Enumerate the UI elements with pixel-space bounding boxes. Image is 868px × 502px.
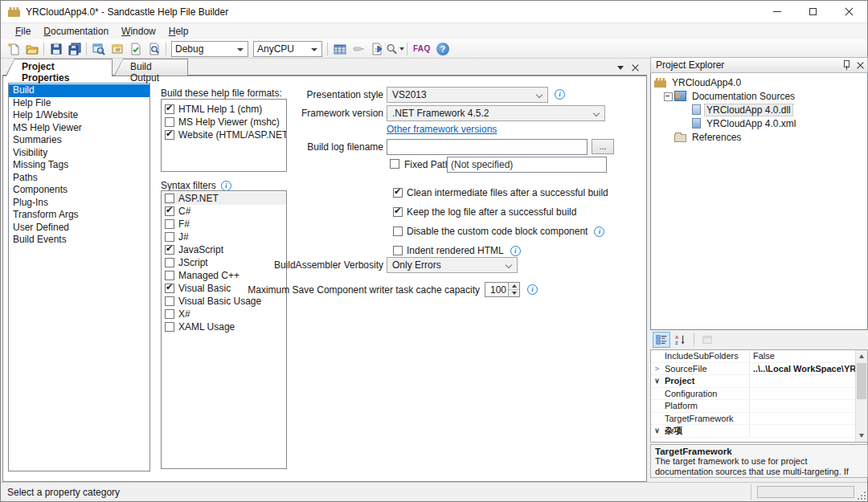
category-item[interactable]: Components: [9, 184, 149, 197]
info-icon[interactable]: i: [555, 89, 565, 100]
svg-text:A: A: [675, 334, 679, 340]
chevron-down-icon: [399, 47, 404, 51]
search-button[interactable]: [386, 40, 404, 58]
info-icon[interactable]: i: [527, 284, 538, 295]
syntax-checkbox-row[interactable]: JavaScript: [162, 243, 286, 256]
property-row[interactable]: 杂项: [651, 425, 855, 438]
browse-button[interactable]: ...: [592, 139, 614, 154]
build-option-row[interactable]: Disable the custom code block component …: [390, 222, 647, 241]
presentation-style-combobox[interactable]: VS2013: [387, 87, 548, 103]
maximize-button[interactable]: [795, 1, 831, 22]
expander-icon[interactable]: [663, 91, 674, 102]
az-sort-icon: AZ: [675, 334, 686, 345]
preview-topic-window-button[interactable]: [145, 40, 163, 58]
open-project-button[interactable]: [23, 40, 41, 58]
scrollbar-thumb[interactable]: [857, 363, 866, 399]
info-icon[interactable]: i: [510, 246, 521, 256]
row-expander-icon[interactable]: [651, 425, 663, 437]
property-row[interactable]: SourceFile ..\..\Local WorkSpace\YRClo: [651, 363, 855, 376]
category-item[interactable]: Paths: [9, 172, 149, 185]
menu-item[interactable]: Help: [162, 24, 195, 39]
fixed-path-value-box[interactable]: (Not specified): [447, 157, 607, 173]
help-button[interactable]: ?: [433, 40, 452, 58]
alphabetical-sort-button[interactable]: AZ: [672, 332, 690, 348]
project-properties-window-button[interactable]: [108, 40, 126, 58]
build-project-button[interactable]: [330, 40, 349, 58]
property-row[interactable]: Configuration: [651, 388, 855, 401]
categorized-view-button[interactable]: [653, 332, 670, 348]
project-explorer-window-button[interactable]: [89, 40, 108, 58]
minimize-button[interactable]: [759, 1, 795, 22]
resize-grip-icon[interactable]: [858, 492, 866, 500]
tree-item[interactable]: YRCloudApp4.0: [651, 76, 867, 89]
syntax-checkbox-row[interactable]: ASP.NET: [162, 192, 286, 205]
syntax-checkbox-row[interactable]: J#: [162, 231, 286, 243]
tab-close-button[interactable]: [629, 62, 641, 73]
category-item[interactable]: Build Events: [9, 234, 149, 247]
row-expander-icon[interactable]: [651, 413, 663, 425]
close-icon[interactable]: [857, 62, 864, 69]
save-icon: [50, 43, 63, 55]
tab-list-dropdown-button[interactable]: [615, 62, 626, 73]
tree-item[interactable]: YRCloudApp 4.0.dll: [651, 103, 867, 116]
spin-up-button[interactable]: [509, 283, 519, 290]
framework-version-combobox[interactable]: .NET Framework 4.5.2: [387, 105, 605, 121]
category-item[interactable]: User Defined: [9, 222, 149, 235]
property-row[interactable]: Project: [651, 375, 855, 388]
view-help-file-button[interactable]: [367, 40, 386, 58]
verbosity-combobox[interactable]: Only Errors: [387, 257, 518, 273]
configuration-combobox[interactable]: Debug: [171, 41, 248, 57]
platform-combobox[interactable]: AnyCPU: [253, 41, 322, 57]
property-value: [749, 400, 855, 412]
close-button[interactable]: [831, 1, 867, 22]
expander-icon[interactable]: [663, 132, 674, 143]
category-item[interactable]: MS Help Viewer: [9, 122, 149, 135]
syntax-checkbox-row[interactable]: XAML Usage: [162, 320, 286, 333]
scrollbar[interactable]: [855, 350, 867, 442]
tree-item[interactable]: Documentation Sources: [651, 89, 867, 103]
expander-icon[interactable]: [679, 104, 690, 116]
scroll-down-button[interactable]: [856, 430, 867, 442]
fixed-path-checkbox[interactable]: [390, 159, 399, 169]
cancel-build-button[interactable]: [349, 40, 367, 58]
menu-item[interactable]: Documentation: [37, 24, 115, 39]
property-pages-button[interactable]: [698, 332, 716, 348]
row-expander-icon[interactable]: [651, 400, 663, 412]
save-all-button[interactable]: [65, 40, 84, 58]
tree-item[interactable]: References: [651, 130, 867, 144]
save-button[interactable]: [47, 40, 65, 58]
property-row[interactable]: TargetFramework: [651, 413, 855, 426]
category-item[interactable]: Plug-Ins: [9, 197, 149, 210]
faq-button[interactable]: FAQ: [410, 44, 433, 53]
row-expander-icon[interactable]: [651, 363, 663, 375]
other-framework-versions-link[interactable]: Other framework versions: [387, 124, 497, 135]
property-row[interactable]: IncludeSubFolders False: [651, 350, 855, 363]
pin-icon[interactable]: [842, 60, 850, 70]
spin-down-button[interactable]: [509, 290, 519, 296]
menu-item[interactable]: File: [9, 24, 37, 39]
entity-references-window-button[interactable]: [126, 40, 145, 58]
syntax-label: J#: [178, 231, 189, 243]
property-row[interactable]: Platform: [651, 400, 855, 413]
row-expander-icon[interactable]: [651, 350, 663, 362]
build-log-filename-input[interactable]: [387, 139, 588, 155]
build-option-row[interactable]: Clean intermediate files after a success…: [390, 183, 647, 202]
toolbar-separator: [694, 333, 694, 346]
row-expander-icon[interactable]: [651, 388, 663, 400]
syntax-checkbox-row[interactable]: F#: [162, 218, 286, 231]
cache-capacity-spinner[interactable]: 100: [485, 282, 520, 297]
new-project-button[interactable]: [4, 40, 23, 58]
tree-item[interactable]: YRCloudApp 4.0.xml: [651, 116, 867, 130]
info-icon[interactable]: i: [594, 227, 604, 237]
syntax-checkbox-row[interactable]: C#: [162, 205, 286, 218]
category-item[interactable]: Transform Args: [9, 209, 149, 222]
tab-build-output[interactable]: Build Output: [114, 59, 188, 76]
scroll-up-button[interactable]: [856, 350, 867, 362]
build-option-row[interactable]: Keep the log file after a successful bui…: [390, 202, 647, 222]
expander-icon[interactable]: [679, 118, 690, 129]
menu-item[interactable]: Window: [115, 24, 162, 39]
info-icon[interactable]: i: [221, 181, 231, 191]
tab-project-properties[interactable]: Project Properties: [6, 59, 113, 76]
row-expander-icon[interactable]: [651, 375, 663, 387]
syntax-checkbox-row[interactable]: X#: [162, 308, 286, 320]
